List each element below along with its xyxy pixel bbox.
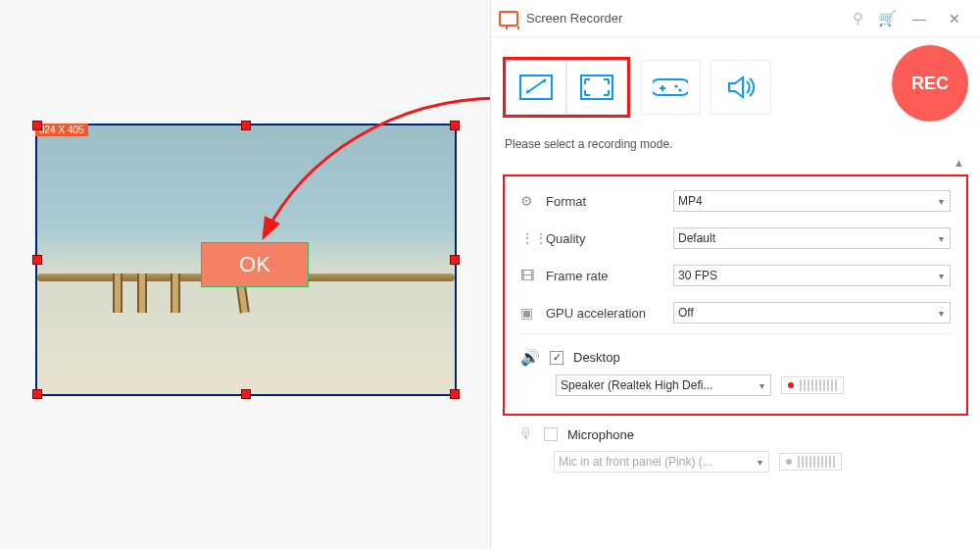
- format-value: MP4: [678, 194, 703, 208]
- resize-handle[interactable]: [241, 389, 251, 399]
- mode-row: REC: [491, 37, 980, 133]
- quality-label: Quality: [546, 231, 673, 246]
- minimize-button[interactable]: —: [902, 11, 937, 26]
- fps-value: 30 FPS: [678, 269, 717, 282]
- scene-decor: [113, 274, 122, 313]
- app-title: Screen Recorder: [526, 11, 622, 25]
- desktop-device-value: Speaker (Realtek High Defi...: [561, 378, 712, 392]
- gpu-select[interactable]: Off: [673, 302, 951, 324]
- quality-value: Default: [678, 231, 715, 245]
- record-button[interactable]: REC: [892, 45, 968, 122]
- microphone-device-select[interactable]: Mic in at front panel (Pink) (...: [554, 451, 769, 473]
- svg-point-3: [678, 88, 681, 91]
- desktop-level-meter: [781, 376, 844, 394]
- mode-fullscreen-button[interactable]: [566, 60, 627, 115]
- ok-button[interactable]: OK: [201, 242, 309, 287]
- microphone-device-value: Mic in at front panel (Pink) (...: [559, 455, 712, 469]
- gpu-value: Off: [678, 306, 694, 320]
- mode-hint: Please select a recording mode.: [491, 133, 980, 157]
- gpu-icon: ▣: [520, 305, 546, 321]
- mode-region-button[interactable]: [506, 60, 566, 115]
- ok-button-label: OK: [239, 252, 270, 277]
- resize-handle[interactable]: [32, 121, 42, 130]
- record-button-label: REC: [911, 74, 949, 94]
- format-select[interactable]: MP4: [673, 190, 951, 212]
- gpu-label: GPU acceleration: [546, 306, 673, 321]
- app-logo-icon: [499, 11, 518, 26]
- region-icon: [519, 75, 553, 100]
- format-icon: ⚙: [520, 193, 546, 209]
- mode-region-fullscreen-highlight: [503, 57, 630, 118]
- screen-recorder-window: Screen Recorder ⚲ 🛒 — ✕: [490, 0, 980, 549]
- close-button[interactable]: ✕: [937, 11, 972, 26]
- titlebar: Screen Recorder ⚲ 🛒 — ✕: [491, 0, 980, 37]
- microphone-level-meter: [779, 453, 842, 471]
- mode-game-button[interactable]: [640, 60, 701, 115]
- gamepad-icon: [653, 75, 688, 99]
- key-icon[interactable]: ⚲: [843, 10, 872, 27]
- microphone-checkbox[interactable]: [544, 427, 558, 441]
- quality-select[interactable]: Default: [673, 227, 951, 249]
- quality-icon: ⋮⋮: [520, 230, 546, 246]
- microphone-label: Microphone: [567, 427, 634, 442]
- settings-panel: ⚙ Format MP4 ⋮⋮ Quality Default 🎞 Frame …: [503, 175, 968, 416]
- dimensions-label: 024 X 405: [35, 124, 88, 136]
- microphone-section: 🎙 Microphone Mic in at front panel (Pink…: [491, 416, 980, 482]
- format-label: Format: [546, 194, 673, 209]
- desktop-audio-label: Desktop: [573, 350, 620, 365]
- fps-select[interactable]: 30 FPS: [673, 265, 951, 286]
- svg-point-2: [674, 84, 677, 87]
- fps-label: Frame rate: [546, 269, 673, 283]
- resize-handle[interactable]: [241, 121, 251, 130]
- cart-icon[interactable]: 🛒: [872, 10, 902, 27]
- sound-icon: [725, 75, 757, 100]
- microphone-icon: 🎙: [518, 425, 534, 443]
- scene-decor: [171, 274, 180, 313]
- desktop-audio-checkbox[interactable]: ✓: [550, 351, 564, 365]
- scene-decor: [137, 274, 147, 313]
- mode-audio-button[interactable]: [710, 60, 771, 115]
- resize-handle[interactable]: [450, 121, 460, 130]
- desktop-device-select[interactable]: Speaker (Realtek High Defi...: [556, 374, 771, 396]
- resize-handle[interactable]: [32, 255, 42, 265]
- resize-handle[interactable]: [450, 255, 460, 265]
- resize-handle[interactable]: [450, 389, 460, 399]
- speaker-icon: 🔊: [520, 348, 540, 367]
- resize-handle[interactable]: [32, 389, 42, 399]
- collapse-toggle[interactable]: ▲: [491, 157, 980, 169]
- fps-icon: 🎞: [520, 268, 546, 283]
- fullscreen-icon: [580, 75, 613, 100]
